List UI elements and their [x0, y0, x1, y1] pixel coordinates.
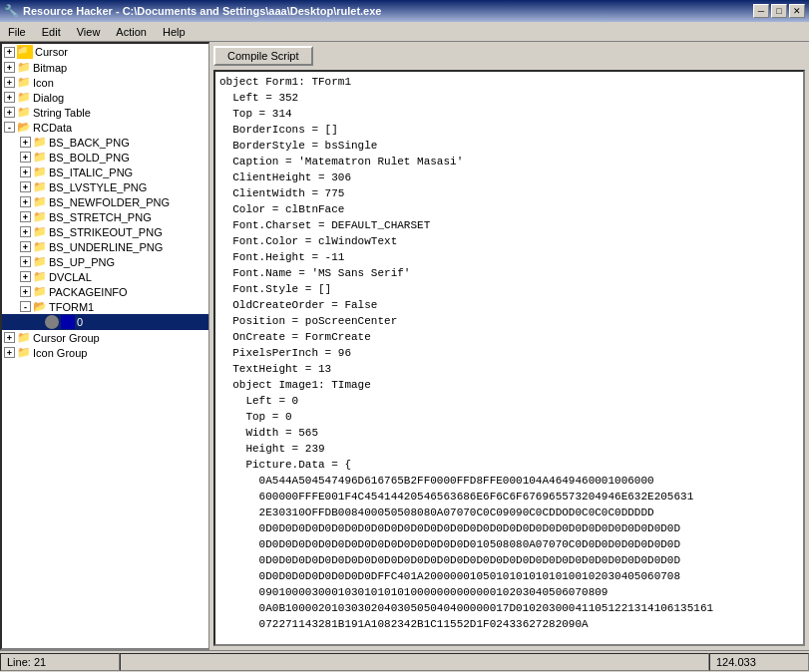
tree-label-bs-italic-png: BS_ITALIC_PNG: [49, 167, 133, 178]
expand-bs-newfolder-png[interactable]: +: [20, 196, 31, 207]
expand-bs-strikeout-png[interactable]: +: [20, 226, 31, 237]
folder-icon-bs-strikeout-png: 📁: [33, 225, 47, 238]
menu-file[interactable]: File: [0, 24, 34, 40]
tree-item-cursor-group[interactable]: + 📁 Cursor Group: [2, 330, 208, 345]
tree-label-bs-newfolder-png: BS_NEWFOLDER_PNG: [49, 196, 170, 208]
blue-box-tform1-0: [61, 315, 75, 329]
status-bar: Line: 21 124.033: [0, 650, 809, 672]
expand-bs-lvstyle-png[interactable]: +: [20, 181, 31, 192]
window-controls: ─ □ ✕: [753, 4, 805, 18]
tree-item-bs-up-png[interactable]: + 📁 BS_UP_PNG: [2, 254, 208, 269]
tree-item-bs-newfolder-png[interactable]: + 📁 BS_NEWFOLDER_PNG: [2, 194, 208, 209]
expand-bs-up-png[interactable]: +: [20, 256, 31, 267]
app-icon: 🔧: [4, 4, 19, 18]
folder-icon-bs-stretch-png: 📁: [33, 210, 47, 223]
tree-item-bs-strikeout-png[interactable]: + 📁 BS_STRIKEOUT_PNG: [2, 224, 208, 239]
tree-item-string-table[interactable]: + 📁 String Table: [2, 105, 208, 120]
expand-rcdata[interactable]: -: [4, 122, 15, 133]
tree-item-icon[interactable]: + 📁 Icon: [2, 75, 208, 90]
folder-icon-bitmap: 📁: [17, 61, 31, 74]
folder-icon-icon: 📁: [17, 76, 31, 89]
tree-item-bs-bold-png[interactable]: + 📁 BS_BOLD_PNG: [2, 150, 208, 165]
folder-icon-bs-italic-png: 📁: [33, 166, 47, 178]
expand-string-table[interactable]: +: [4, 107, 15, 118]
status-middle: [120, 653, 709, 671]
folder-icon-icon-group: 📁: [17, 346, 31, 359]
folder-icon-bs-newfolder-png: 📁: [33, 195, 47, 208]
menu-action[interactable]: Action: [108, 24, 155, 40]
expand-icon[interactable]: +: [4, 77, 15, 88]
tree-label-bs-back-png: BS_BACK_PNG: [49, 137, 130, 149]
menu-view[interactable]: View: [69, 24, 109, 40]
expand-bs-bold-png[interactable]: +: [20, 152, 31, 163]
expand-bs-italic-png[interactable]: +: [20, 167, 31, 177]
tree-label-dialog: Dialog: [33, 92, 64, 104]
tree-item-bs-underline-png[interactable]: + 📁 BS_UNDERLINE_PNG: [2, 239, 208, 254]
gear-icon-tform1-0: [45, 315, 59, 329]
main-content: + 📁 Cursor + 📁 Bitmap + 📁 Icon + 📁 Dialo…: [0, 42, 809, 650]
tree-item-tform1-0[interactable]: 0: [2, 314, 208, 330]
menu-bar: File Edit View Action Help: [0, 22, 809, 42]
tree-label-bs-lvstyle-png: BS_LVSTYLE_PNG: [49, 181, 147, 193]
title-bar: 🔧 Resource Hacker - C:\Documents and Set…: [0, 0, 809, 22]
tree-label-bs-underline-png: BS_UNDERLINE_PNG: [49, 241, 163, 253]
tree-label-icon: Icon: [33, 77, 54, 89]
status-line: Line: 21: [0, 653, 120, 671]
minimize-button[interactable]: ─: [753, 4, 769, 18]
expand-icon-group[interactable]: +: [4, 347, 15, 358]
tree-label-bs-stretch-png: BS_STRETCH_PNG: [49, 211, 152, 223]
folder-icon-bs-up-png: 📁: [33, 255, 47, 268]
expand-dialog[interactable]: +: [4, 92, 15, 103]
folder-icon-cursor-group: 📁: [17, 331, 31, 344]
menu-edit[interactable]: Edit: [34, 24, 69, 40]
status-position: 124.033: [709, 653, 809, 671]
tree-panel[interactable]: + 📁 Cursor + 📁 Bitmap + 📁 Icon + 📁 Dialo…: [0, 42, 209, 650]
tree-label-bitmap: Bitmap: [33, 62, 67, 74]
tree-item-bs-italic-png[interactable]: + 📁 BS_ITALIC_PNG: [2, 165, 208, 179]
tree-label-bs-up-png: BS_UP_PNG: [49, 256, 115, 268]
expand-packageinfo[interactable]: +: [20, 286, 31, 297]
tree-item-icon-group[interactable]: + 📁 Icon Group: [2, 345, 208, 360]
tree-item-bs-stretch-png[interactable]: + 📁 BS_STRETCH_PNG: [2, 209, 208, 224]
expand-bitmap[interactable]: +: [4, 62, 15, 73]
toolbar: Compile Script: [209, 42, 809, 70]
tree-item-packageinfo[interactable]: + 📁 PACKAGEINFO: [2, 284, 208, 299]
tree-item-bs-lvstyle-png[interactable]: + 📁 BS_LVSTYLE_PNG: [2, 179, 208, 194]
expand-dvclal[interactable]: +: [20, 271, 31, 282]
tree-label-tform1: TFORM1: [49, 301, 94, 313]
tree-item-dialog[interactable]: + 📁 Dialog: [2, 90, 208, 105]
folder-icon-bs-lvstyle-png: 📁: [33, 180, 47, 193]
expand-cursor-group[interactable]: +: [4, 332, 15, 343]
folder-icon-bs-underline-png: 📁: [33, 240, 47, 253]
expand-tform1[interactable]: -: [20, 301, 31, 312]
expand-bs-back-png[interactable]: +: [20, 137, 31, 148]
tree-label-cursor: Cursor: [35, 46, 68, 58]
folder-icon-string-table: 📁: [17, 106, 31, 119]
expand-bs-stretch-png[interactable]: +: [20, 211, 31, 222]
expand-bs-underline-png[interactable]: +: [20, 241, 31, 252]
tree-label-bs-bold-png: BS_BOLD_PNG: [49, 152, 130, 164]
close-button[interactable]: ✕: [789, 4, 805, 18]
tree-label-packageinfo: PACKAGEINFO: [49, 286, 128, 298]
folder-icon-dialog: 📁: [17, 91, 31, 104]
folder-icon-tform1: 📂: [33, 300, 47, 313]
maximize-button[interactable]: □: [771, 4, 787, 18]
tree-label-rcdata: RCData: [33, 122, 72, 134]
menu-help[interactable]: Help: [155, 24, 194, 40]
tree-item-cursor[interactable]: + 📁 Cursor: [2, 44, 208, 60]
folder-icon-bs-back-png: 📁: [33, 136, 47, 149]
title-text: Resource Hacker - C:\Documents and Setti…: [23, 5, 753, 17]
tree-item-bs-back-png[interactable]: + 📁 BS_BACK_PNG: [2, 135, 208, 150]
tree-item-rcdata[interactable]: - 📂 RCData: [2, 120, 208, 135]
code-editor[interactable]: object Form1: TForm1 Left = 352 Top = 31…: [213, 70, 805, 646]
tree-label-icon-group: Icon Group: [33, 347, 87, 359]
tree-item-bitmap[interactable]: + 📁 Bitmap: [2, 60, 208, 75]
folder-icon-cursor: 📁: [17, 45, 33, 59]
expand-cursor[interactable]: +: [4, 47, 15, 58]
tree-label-bs-strikeout-png: BS_STRIKEOUT_PNG: [49, 226, 163, 238]
tree-label-dvclal: DVCLAL: [49, 271, 92, 283]
folder-icon-dvclal: 📁: [33, 270, 47, 283]
compile-button[interactable]: Compile Script: [213, 46, 313, 66]
tree-item-dvclal[interactable]: + 📁 DVCLAL: [2, 269, 208, 284]
tree-item-tform1[interactable]: - 📂 TFORM1: [2, 299, 208, 314]
